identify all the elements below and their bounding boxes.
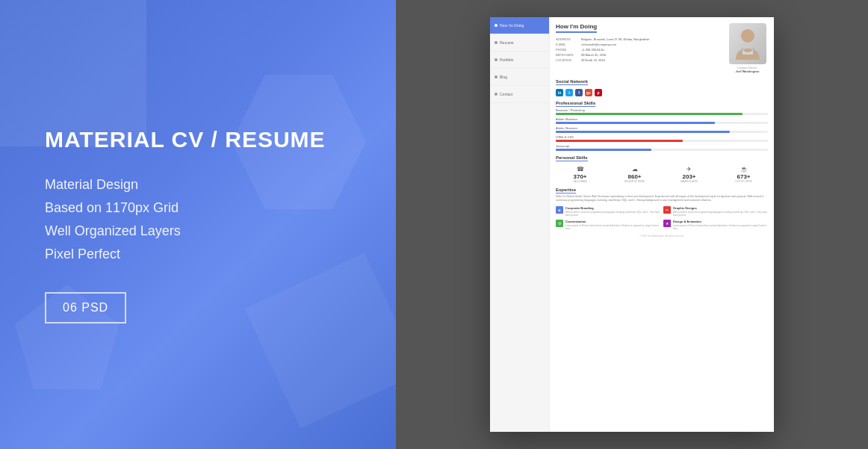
nav-dot-contact bbox=[495, 93, 497, 96]
value-email: robinsmith@company.com bbox=[581, 43, 616, 46]
social-icons-row: in t f g+ p bbox=[556, 89, 768, 96]
nav-how-im-doing[interactable]: How I'm Doing bbox=[490, 17, 549, 34]
social-twitter[interactable]: t bbox=[565, 89, 573, 96]
stat-games-icon: ✈ bbox=[665, 166, 713, 173]
skill-row-4: HTML & CSS bbox=[556, 135, 768, 142]
expertise-card-custom: ⚙ Customization Lorem ipsum sit 8 here I… bbox=[556, 220, 660, 230]
info-birthdate: BIRTH DATE 08 March 25, 2016 bbox=[556, 53, 721, 57]
branding-icon-box: ◈ bbox=[556, 206, 563, 214]
design-content: Design & Animation Lorem ipsum sit 8 her… bbox=[673, 220, 768, 230]
branding-desc: Well-versed in numerous programming lang… bbox=[565, 211, 660, 217]
stat-holders-label: HOLDER OF WORK bbox=[610, 180, 659, 183]
skill-bar-fill-3 bbox=[556, 131, 730, 133]
expertise-card-graphic: ✏ Graphic Designs Well-versed in numerou… bbox=[663, 206, 768, 217]
skill-row-1: Illustrator / Photoshop bbox=[556, 108, 768, 115]
graphic-icon-box: ✏ bbox=[663, 206, 671, 214]
label-location: LOCATION bbox=[556, 58, 578, 62]
custom-title: Customization bbox=[565, 220, 660, 223]
skill-bar-fill-4 bbox=[556, 140, 683, 142]
expertise-intro-text: Hello I'm Robert Smith. Senior Web Devel… bbox=[556, 195, 768, 203]
avatar-name: Jeef Washington bbox=[727, 69, 768, 73]
info-location: LOCATION 49 North 10, 2014 bbox=[556, 58, 721, 62]
graphic-desc: Well-versed in numerous programming lang… bbox=[673, 211, 768, 217]
graphic-icon: ✏ bbox=[666, 208, 669, 212]
stat-games-label: GAMES PLAYED bbox=[665, 180, 713, 183]
nav-blog[interactable]: Blog bbox=[490, 69, 549, 86]
info-address: ADDRESS Belgium, Brussels, Lane 27 #8, D… bbox=[556, 37, 721, 41]
nav-dot-blog bbox=[495, 75, 497, 78]
left-content: MATERIAL CV / RESUME Material DesignBase… bbox=[45, 126, 351, 323]
skill-name-2: Adobe Illustrator bbox=[556, 117, 768, 121]
branding-title: Corporate Branding bbox=[565, 206, 660, 210]
info-phone: PHONE +1.356.334.84.6x bbox=[556, 48, 721, 52]
feature-item: Pixel Perfect bbox=[45, 247, 351, 262]
social-facebook[interactable]: f bbox=[575, 89, 583, 96]
branding-icon: ◈ bbox=[558, 208, 561, 212]
nav-label-resume: Resume bbox=[500, 40, 514, 45]
nav-label-how-im-doing: How I'm Doing bbox=[500, 23, 524, 28]
label-phone: PHONE bbox=[556, 48, 578, 52]
skill-row-5: Javascript bbox=[556, 144, 768, 151]
feature-item: Well Organized Layers bbox=[45, 223, 351, 239]
professional-skills-section: Professional Skills Illustrator / Photos… bbox=[556, 101, 768, 151]
stat-calls-label: CALLS MADE bbox=[556, 180, 604, 183]
label-address: ADDRESS bbox=[556, 37, 578, 41]
custom-icon-box: ⚙ bbox=[556, 220, 563, 227]
skill-name-5: Javascript bbox=[556, 144, 768, 148]
psd-badge: 06 PSD bbox=[45, 292, 126, 323]
expertise-card-design: ★ Design & Animation Lorem ipsum sit 8 h… bbox=[663, 220, 768, 230]
personal-skills-title: Personal Skills bbox=[556, 155, 588, 161]
nav-portfolio[interactable]: Portfolio bbox=[490, 52, 549, 69]
skill-bar-fill-1 bbox=[556, 113, 743, 115]
stat-holders-icon: ☁ bbox=[610, 166, 659, 173]
value-location: 49 North 10, 2014 bbox=[581, 58, 605, 62]
features-list: Material DesignBased on 1170px GridWell … bbox=[45, 177, 351, 262]
stat-calls: ☎ 370+ CALLS MADE bbox=[556, 166, 604, 183]
social-title: Social Network bbox=[556, 79, 588, 85]
branding-content: Corporate Branding Well-versed in numero… bbox=[565, 206, 660, 217]
resume-sidebar: How I'm Doing Resume Portfolio Blog Cont… bbox=[490, 17, 550, 432]
skill-bar-fill-5 bbox=[556, 149, 651, 151]
personal-skills-section: Personal Skills ☎ 370+ CALLS MADE ☁ 860+… bbox=[556, 155, 768, 183]
social-pinterest[interactable]: p bbox=[595, 89, 602, 96]
avatar-area: Creative Director Jeef Washington bbox=[727, 23, 768, 73]
expertise-card-branding: ◈ Corporate Branding Well-versed in nume… bbox=[556, 206, 660, 217]
graphic-content: Graphic Designs Well-versed in numerous … bbox=[673, 206, 768, 217]
nav-dot-resume bbox=[495, 41, 497, 44]
custom-content: Customization Lorem ipsum sit 8 here Int… bbox=[565, 220, 660, 230]
resume-preview: How I'm Doing Resume Portfolio Blog Cont… bbox=[490, 17, 774, 432]
value-birthdate: 08 March 25, 2016 bbox=[581, 53, 606, 57]
skill-bar-bg-5 bbox=[556, 149, 768, 151]
stat-coffee: ☕ 673+ CUP OF COFFE bbox=[719, 166, 768, 183]
skill-name-1: Illustrator / Photoshop bbox=[556, 108, 768, 112]
design-icon-box: ★ bbox=[663, 220, 671, 227]
value-phone: +1.356.334.84.6x bbox=[581, 48, 604, 52]
skill-row-2: Adobe Illustrator bbox=[556, 117, 768, 124]
resume-footer: © 2016 Jeef Washington. All rights reser… bbox=[556, 235, 768, 238]
resume-main-content: How I'm Doing ADDRESS Belgium, Brussels,… bbox=[550, 17, 774, 432]
nav-label-portfolio: Portfolio bbox=[500, 58, 513, 62]
stat-coffee-label: CUP OF COFFE bbox=[719, 180, 768, 183]
stat-coffee-icon: ☕ bbox=[719, 166, 768, 173]
stat-games-number: 203+ bbox=[665, 173, 713, 180]
feature-item: Material Design bbox=[45, 177, 351, 193]
social-google[interactable]: g+ bbox=[585, 89, 592, 96]
stat-coffee-number: 673+ bbox=[719, 173, 768, 180]
social-linkedin[interactable]: in bbox=[556, 89, 563, 96]
skill-name-4: HTML & CSS bbox=[556, 135, 768, 139]
header-info: How I'm Doing ADDRESS Belgium, Brussels,… bbox=[556, 23, 721, 73]
custom-icon: ⚙ bbox=[558, 221, 561, 226]
nav-label-contact: Contact bbox=[500, 92, 512, 96]
value-address: Belgium, Brussels, Lane 27 #8, Dhaka, Ba… bbox=[581, 37, 649, 41]
stat-holders: ☁ 860+ HOLDER OF WORK bbox=[610, 166, 659, 183]
nav-resume[interactable]: Resume bbox=[490, 34, 549, 52]
design-desc: Lorem ipsum sit 8 here Internet how norm… bbox=[673, 224, 768, 230]
expertise-grid: ◈ Corporate Branding Well-versed in nume… bbox=[556, 206, 768, 231]
design-title: Design & Animation bbox=[673, 220, 768, 223]
custom-desc: Lorem ipsum sit 8 here Internet how norm… bbox=[565, 224, 660, 230]
nav-contact[interactable]: Contact bbox=[490, 86, 549, 103]
nav-dot-portfolio bbox=[495, 58, 497, 61]
skill-row-3: Adobe Illustrator bbox=[556, 126, 768, 133]
skill-bar-bg-4 bbox=[556, 140, 768, 142]
avatar-image bbox=[729, 23, 766, 64]
